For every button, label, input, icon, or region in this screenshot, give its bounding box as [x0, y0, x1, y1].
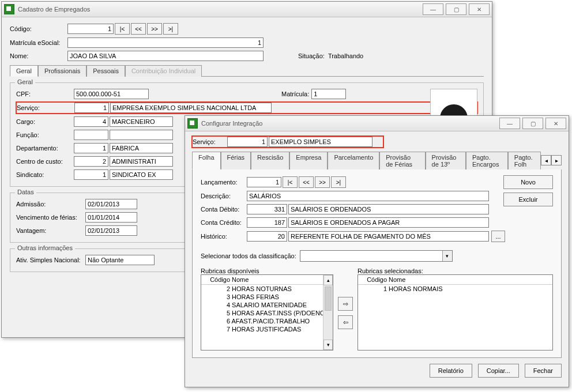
- legend-datas: Datas: [15, 189, 36, 195]
- tab-profissionais[interactable]: Profissionais: [38, 65, 86, 77]
- nav-first[interactable]: |<: [283, 176, 298, 188]
- rubricas-disponiveis-list[interactable]: Código Nome 2 HORAS NOTURNAS3 HORAS FERI…: [201, 274, 333, 350]
- tab-geral[interactable]: Geral: [10, 65, 38, 77]
- servico-code-input[interactable]: 1: [74, 103, 109, 113]
- servico-label: Serviço:: [17, 104, 74, 111]
- cpf-input[interactable]: 500.000.000-51: [74, 89, 149, 99]
- list-item[interactable]: 6 AFAST.P/ACID.TRABALHO: [201, 317, 333, 325]
- nav-last[interactable]: >|: [163, 23, 178, 35]
- nome-label: Nome:: [10, 52, 67, 59]
- hist-code-input[interactable]: 20: [247, 231, 287, 242]
- cd-desc-input[interactable]: SALÁRIOS E ORDENADOS: [288, 204, 489, 214]
- copiar-button[interactable]: Copiar...: [478, 364, 519, 378]
- tabs-scroll-left[interactable]: ◂: [541, 155, 551, 165]
- nav-next[interactable]: >>: [315, 176, 330, 188]
- list-item[interactable]: 2 HORAS NOTURNAS: [201, 285, 333, 293]
- tabs-scroll-right[interactable]: ▸: [551, 155, 562, 165]
- sind-desc-input[interactable]: SINDICATO EX: [110, 169, 173, 180]
- close-button[interactable]: ✕: [469, 3, 490, 15]
- vf-label: Vencimento de férias:: [16, 214, 85, 221]
- list-item[interactable]: 5 HORAS AFAST.INSS (P/DOENC: [201, 309, 333, 317]
- rubricas-selecionadas-list[interactable]: Código Nome 1 HORAS NORMAIS: [358, 274, 553, 350]
- depto-desc-input[interactable]: FABRICA: [110, 143, 173, 153]
- hist-label: Histórico:: [201, 233, 247, 240]
- tab-folha[interactable]: Folha: [192, 152, 221, 169]
- nome-input[interactable]: JOAO DA SILVA: [67, 51, 264, 61]
- scroll-down-icon[interactable]: ▾: [323, 340, 333, 350]
- rd-label: Rubricas disponíveis: [201, 267, 333, 274]
- vant-input[interactable]: 02/01/2013: [85, 225, 137, 236]
- tab-prov-ferias[interactable]: Provisão de Férias: [379, 152, 425, 169]
- cc-code-input[interactable]: 187: [247, 217, 287, 228]
- list-item[interactable]: 3 HORAS FERIAS: [201, 293, 333, 301]
- nav-prev[interactable]: <<: [299, 176, 314, 188]
- tab-empresa[interactable]: Empresa: [289, 152, 328, 169]
- servico-row-highlight: Serviço: 1 EMPRESA EXEMPLO SIMPLES NACIO…: [16, 102, 477, 114]
- list-item[interactable]: 7 HORAS JUSTIFICADAS: [201, 325, 333, 333]
- lanc-input[interactable]: 1: [247, 177, 281, 187]
- nav-prev[interactable]: <<: [131, 23, 146, 35]
- situacao-value: Trabalhando: [328, 52, 363, 59]
- tab-parcelamento[interactable]: Parcelamento: [328, 152, 379, 169]
- cd-code-input[interactable]: 331: [247, 204, 287, 214]
- admissao-input[interactable]: 02/01/2013: [85, 199, 137, 209]
- cc-desc-input[interactable]: SALÁRIOS E ORDENADOS A PAGAR: [288, 217, 489, 228]
- move-left-button[interactable]: ⇦: [338, 315, 353, 329]
- titlebar-integracao: Configurar Integração — ▢ ✕: [185, 116, 569, 131]
- tab-pessoais[interactable]: Pessoais: [86, 65, 125, 77]
- max-button[interactable]: ▢: [446, 3, 466, 15]
- tab-ferias[interactable]: Férias: [221, 152, 251, 169]
- novo-button[interactable]: Novo: [503, 175, 553, 189]
- desc-input[interactable]: SALÁRIOS: [247, 191, 489, 201]
- tab-pagto-encargos[interactable]: Pagto. Encargos: [466, 152, 508, 169]
- nav-next[interactable]: >>: [147, 23, 162, 35]
- cc-desc-input[interactable]: ADMINISTRATI: [110, 156, 173, 167]
- tab-prov-13[interactable]: Provisão de 13º: [426, 152, 466, 169]
- cargo-code-input[interactable]: 4: [74, 116, 108, 127]
- app-icon: [4, 4, 14, 14]
- legend-geral: Geral: [15, 78, 35, 85]
- list-item[interactable]: 4 SALARIO MATERNIDADE: [201, 301, 333, 309]
- scrollbar[interactable]: ▴ ▾: [323, 275, 333, 350]
- relatorio-button[interactable]: Relatório: [430, 364, 472, 378]
- close-button[interactable]: ✕: [545, 118, 566, 129]
- scroll-thumb[interactable]: [325, 287, 332, 311]
- funcao-desc-input[interactable]: [110, 130, 173, 140]
- cd-label: Conta Débito:: [201, 206, 247, 213]
- servico-code-input[interactable]: 1: [227, 137, 268, 147]
- codigo-input[interactable]: 1: [67, 24, 114, 34]
- matricula-label: Matrícula:: [281, 91, 309, 97]
- hist-more-button[interactable]: ...: [491, 231, 505, 242]
- list-item[interactable]: 1 HORAS NORMAIS: [358, 285, 552, 293]
- depto-label: Departamento:: [16, 145, 74, 152]
- servico-desc-input[interactable]: EMPRESA EXEMPLO SIMPLES NACIONAL LTDA: [110, 103, 272, 113]
- move-right-button[interactable]: ⇨: [338, 297, 353, 311]
- asn-input[interactable]: Não Optante: [85, 255, 155, 265]
- lanc-label: Lançamento:: [201, 179, 247, 186]
- fechar-button[interactable]: Fechar: [525, 364, 562, 378]
- min-button[interactable]: —: [499, 118, 520, 129]
- servico-desc-input[interactable]: EXEMPLO SIMPLES: [269, 137, 372, 147]
- servico-row-highlight: Serviço: 1 EXEMPLO SIMPLES: [192, 136, 383, 148]
- cargo-desc-input[interactable]: MARCENEIRO: [110, 116, 173, 127]
- excluir-button[interactable]: Excluir: [503, 193, 553, 206]
- classificacao-combo[interactable]: ▾: [300, 250, 453, 262]
- max-button[interactable]: ▢: [522, 118, 543, 129]
- tab-contribuicao: Contribuição Individual: [125, 65, 202, 77]
- chevron-down-icon: ▾: [442, 251, 452, 261]
- sind-code-input[interactable]: 1: [74, 169, 108, 180]
- min-button[interactable]: —: [423, 3, 443, 15]
- nav-first[interactable]: |<: [115, 23, 130, 35]
- matricula-esocial-input[interactable]: 1: [67, 37, 264, 48]
- nav-last[interactable]: >|: [331, 176, 346, 188]
- matricula-input[interactable]: 1: [311, 89, 346, 99]
- scroll-up-icon[interactable]: ▴: [323, 275, 333, 285]
- tab-pagto-folha[interactable]: Pagto. Folh: [508, 152, 541, 169]
- depto-code-input[interactable]: 1: [74, 143, 108, 153]
- funcao-code-input[interactable]: [74, 130, 108, 140]
- vf-input[interactable]: 01/01/2014: [85, 212, 137, 223]
- hist-desc-input[interactable]: REFERENTE FOLHA DE PAGAMENTO DO MÊS: [288, 231, 489, 242]
- codigo-label: Código:: [10, 25, 67, 32]
- tab-rescisao[interactable]: Rescisão: [251, 152, 289, 169]
- cc-code-input[interactable]: 2: [74, 156, 108, 167]
